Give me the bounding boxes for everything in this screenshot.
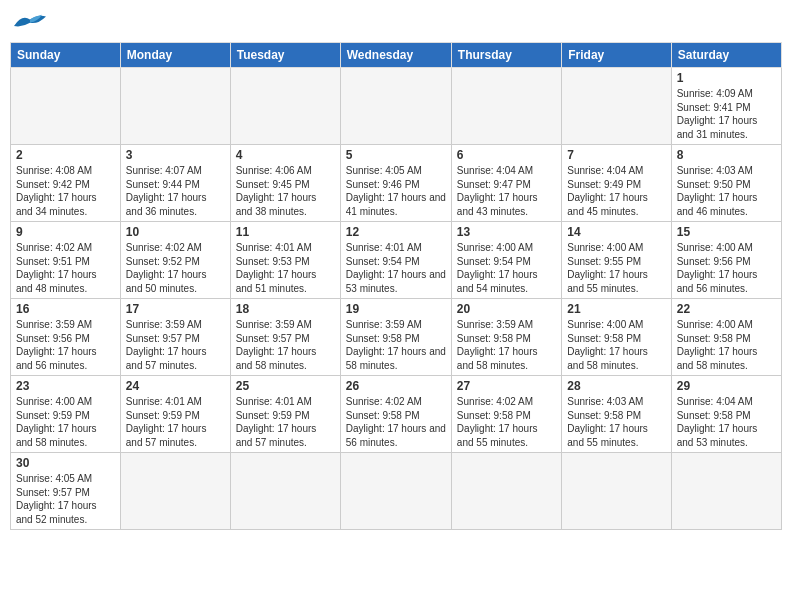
day-number: 18 [236, 302, 335, 316]
calendar-cell [562, 68, 671, 145]
calendar-cell: 8Sunrise: 4:03 AMSunset: 9:50 PMDaylight… [671, 145, 781, 222]
calendar-week-4: 16Sunrise: 3:59 AMSunset: 9:56 PMDayligh… [11, 299, 782, 376]
day-number: 6 [457, 148, 556, 162]
day-number: 25 [236, 379, 335, 393]
day-number: 10 [126, 225, 225, 239]
calendar-week-3: 9Sunrise: 4:02 AMSunset: 9:51 PMDaylight… [11, 222, 782, 299]
day-number: 21 [567, 302, 665, 316]
day-info: Sunrise: 4:02 AMSunset: 9:52 PMDaylight:… [126, 241, 225, 295]
calendar-cell: 19Sunrise: 3:59 AMSunset: 9:58 PMDayligh… [340, 299, 451, 376]
day-info: Sunrise: 4:00 AMSunset: 9:56 PMDaylight:… [677, 241, 776, 295]
day-number: 8 [677, 148, 776, 162]
calendar-cell: 2Sunrise: 4:08 AMSunset: 9:42 PMDaylight… [11, 145, 121, 222]
day-number: 13 [457, 225, 556, 239]
day-info: Sunrise: 3:59 AMSunset: 9:56 PMDaylight:… [16, 318, 115, 372]
day-number: 28 [567, 379, 665, 393]
calendar-cell [11, 68, 121, 145]
day-info: Sunrise: 4:03 AMSunset: 9:50 PMDaylight:… [677, 164, 776, 218]
day-info: Sunrise: 4:02 AMSunset: 9:51 PMDaylight:… [16, 241, 115, 295]
calendar-cell: 3Sunrise: 4:07 AMSunset: 9:44 PMDaylight… [120, 145, 230, 222]
weekday-header-thursday: Thursday [451, 43, 561, 68]
calendar-cell [451, 453, 561, 530]
day-number: 15 [677, 225, 776, 239]
weekday-header-wednesday: Wednesday [340, 43, 451, 68]
calendar-cell: 20Sunrise: 3:59 AMSunset: 9:58 PMDayligh… [451, 299, 561, 376]
day-info: Sunrise: 4:05 AMSunset: 9:46 PMDaylight:… [346, 164, 446, 218]
day-number: 26 [346, 379, 446, 393]
day-number: 12 [346, 225, 446, 239]
day-info: Sunrise: 4:01 AMSunset: 9:59 PMDaylight:… [236, 395, 335, 449]
calendar-week-6: 30Sunrise: 4:05 AMSunset: 9:57 PMDayligh… [11, 453, 782, 530]
weekday-header-tuesday: Tuesday [230, 43, 340, 68]
weekday-header-friday: Friday [562, 43, 671, 68]
calendar-cell: 10Sunrise: 4:02 AMSunset: 9:52 PMDayligh… [120, 222, 230, 299]
day-info: Sunrise: 4:00 AMSunset: 9:58 PMDaylight:… [677, 318, 776, 372]
calendar-table: SundayMondayTuesdayWednesdayThursdayFrid… [10, 42, 782, 530]
day-number: 19 [346, 302, 446, 316]
calendar-week-5: 23Sunrise: 4:00 AMSunset: 9:59 PMDayligh… [11, 376, 782, 453]
day-info: Sunrise: 4:04 AMSunset: 9:49 PMDaylight:… [567, 164, 665, 218]
day-info: Sunrise: 4:05 AMSunset: 9:57 PMDaylight:… [16, 472, 115, 526]
day-info: Sunrise: 4:07 AMSunset: 9:44 PMDaylight:… [126, 164, 225, 218]
weekday-header-saturday: Saturday [671, 43, 781, 68]
logo [10, 10, 54, 34]
day-number: 20 [457, 302, 556, 316]
day-info: Sunrise: 4:06 AMSunset: 9:45 PMDaylight:… [236, 164, 335, 218]
calendar-cell: 23Sunrise: 4:00 AMSunset: 9:59 PMDayligh… [11, 376, 121, 453]
calendar-cell: 24Sunrise: 4:01 AMSunset: 9:59 PMDayligh… [120, 376, 230, 453]
calendar-week-1: 1Sunrise: 4:09 AMSunset: 9:41 PMDaylight… [11, 68, 782, 145]
day-info: Sunrise: 4:01 AMSunset: 9:54 PMDaylight:… [346, 241, 446, 295]
calendar-cell [562, 453, 671, 530]
day-info: Sunrise: 4:08 AMSunset: 9:42 PMDaylight:… [16, 164, 115, 218]
day-number: 2 [16, 148, 115, 162]
calendar-cell: 13Sunrise: 4:00 AMSunset: 9:54 PMDayligh… [451, 222, 561, 299]
calendar-cell: 30Sunrise: 4:05 AMSunset: 9:57 PMDayligh… [11, 453, 121, 530]
day-number: 7 [567, 148, 665, 162]
calendar-cell [230, 453, 340, 530]
day-number: 16 [16, 302, 115, 316]
calendar-cell [671, 453, 781, 530]
calendar-cell: 4Sunrise: 4:06 AMSunset: 9:45 PMDaylight… [230, 145, 340, 222]
day-number: 4 [236, 148, 335, 162]
calendar-cell: 11Sunrise: 4:01 AMSunset: 9:53 PMDayligh… [230, 222, 340, 299]
weekday-header-row: SundayMondayTuesdayWednesdayThursdayFrid… [11, 43, 782, 68]
day-info: Sunrise: 4:00 AMSunset: 9:58 PMDaylight:… [567, 318, 665, 372]
calendar-cell: 18Sunrise: 3:59 AMSunset: 9:57 PMDayligh… [230, 299, 340, 376]
day-number: 24 [126, 379, 225, 393]
calendar-cell: 1Sunrise: 4:09 AMSunset: 9:41 PMDaylight… [671, 68, 781, 145]
day-info: Sunrise: 4:03 AMSunset: 9:58 PMDaylight:… [567, 395, 665, 449]
day-info: Sunrise: 4:00 AMSunset: 9:54 PMDaylight:… [457, 241, 556, 295]
day-info: Sunrise: 4:02 AMSunset: 9:58 PMDaylight:… [457, 395, 556, 449]
calendar-cell: 12Sunrise: 4:01 AMSunset: 9:54 PMDayligh… [340, 222, 451, 299]
calendar-cell: 16Sunrise: 3:59 AMSunset: 9:56 PMDayligh… [11, 299, 121, 376]
calendar-cell [230, 68, 340, 145]
logo-bird-icon [10, 10, 50, 34]
calendar-cell: 15Sunrise: 4:00 AMSunset: 9:56 PMDayligh… [671, 222, 781, 299]
day-number: 14 [567, 225, 665, 239]
day-number: 22 [677, 302, 776, 316]
calendar-cell: 29Sunrise: 4:04 AMSunset: 9:58 PMDayligh… [671, 376, 781, 453]
calendar-cell: 17Sunrise: 3:59 AMSunset: 9:57 PMDayligh… [120, 299, 230, 376]
calendar-cell [451, 68, 561, 145]
day-info: Sunrise: 4:00 AMSunset: 9:55 PMDaylight:… [567, 241, 665, 295]
day-number: 27 [457, 379, 556, 393]
calendar-cell: 6Sunrise: 4:04 AMSunset: 9:47 PMDaylight… [451, 145, 561, 222]
calendar-cell: 28Sunrise: 4:03 AMSunset: 9:58 PMDayligh… [562, 376, 671, 453]
calendar-cell: 25Sunrise: 4:01 AMSunset: 9:59 PMDayligh… [230, 376, 340, 453]
day-number: 9 [16, 225, 115, 239]
calendar-cell: 7Sunrise: 4:04 AMSunset: 9:49 PMDaylight… [562, 145, 671, 222]
calendar-cell: 9Sunrise: 4:02 AMSunset: 9:51 PMDaylight… [11, 222, 121, 299]
day-number: 1 [677, 71, 776, 85]
day-info: Sunrise: 4:04 AMSunset: 9:58 PMDaylight:… [677, 395, 776, 449]
day-info: Sunrise: 3:59 AMSunset: 9:57 PMDaylight:… [236, 318, 335, 372]
calendar-cell: 5Sunrise: 4:05 AMSunset: 9:46 PMDaylight… [340, 145, 451, 222]
day-info: Sunrise: 4:02 AMSunset: 9:58 PMDaylight:… [346, 395, 446, 449]
page-header [10, 10, 782, 34]
day-number: 23 [16, 379, 115, 393]
calendar-cell: 22Sunrise: 4:00 AMSunset: 9:58 PMDayligh… [671, 299, 781, 376]
weekday-header-monday: Monday [120, 43, 230, 68]
calendar-cell: 26Sunrise: 4:02 AMSunset: 9:58 PMDayligh… [340, 376, 451, 453]
weekday-header-sunday: Sunday [11, 43, 121, 68]
day-info: Sunrise: 4:09 AMSunset: 9:41 PMDaylight:… [677, 87, 776, 141]
day-info: Sunrise: 3:59 AMSunset: 9:58 PMDaylight:… [346, 318, 446, 372]
